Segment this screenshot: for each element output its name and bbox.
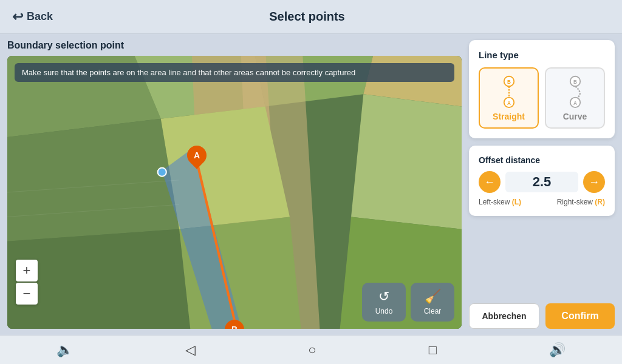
volume-down-icon[interactable]: 🔈 bbox=[56, 342, 73, 358]
zoom-controls: + − bbox=[16, 260, 38, 305]
offset-skew-labels: Left-skew (L) Right-skew (R) bbox=[479, 198, 605, 206]
zoom-in-button[interactable]: + bbox=[16, 260, 38, 281]
undo-label: Undo bbox=[375, 307, 393, 315]
confirm-button[interactable]: Confirm bbox=[545, 303, 615, 329]
line-type-options: B A Straight B A C bbox=[479, 67, 605, 129]
left-skew-label: Left-skew (L) bbox=[479, 198, 521, 206]
offset-control: ← 2.5 → bbox=[479, 171, 605, 193]
svg-marker-7 bbox=[7, 119, 179, 241]
svg-text:B: B bbox=[573, 79, 577, 85]
zoom-out-button[interactable]: − bbox=[16, 283, 38, 305]
svg-text:B: B bbox=[507, 79, 511, 85]
clear-icon: 🧹 bbox=[425, 289, 441, 305]
offset-label: Offset distance bbox=[479, 155, 605, 165]
map-info-banner: Make sure that the points are on the are… bbox=[15, 63, 454, 82]
curve-button[interactable]: B A Curve bbox=[545, 67, 605, 129]
offset-value: 2.5 bbox=[505, 172, 578, 192]
home-icon[interactable]: ○ bbox=[308, 342, 316, 358]
point-b-marker: B bbox=[225, 320, 244, 329]
point-a-marker: A bbox=[187, 146, 207, 165]
undo-icon: ↺ bbox=[378, 289, 389, 305]
straight-button[interactable]: B A Straight bbox=[479, 67, 539, 129]
right-panel: Line type B A Straight bbox=[469, 40, 615, 329]
page-title: Select points bbox=[53, 10, 561, 24]
line-type-label: Line type bbox=[479, 50, 605, 60]
curve-label: Curve bbox=[563, 112, 587, 121]
clear-button[interactable]: 🧹 Clear bbox=[411, 283, 454, 322]
bottom-nav: 🔈 ◁ ○ □ 🔊 bbox=[0, 335, 622, 364]
map-container[interactable]: Make sure that the points are on the are… bbox=[7, 56, 462, 329]
svg-marker-11 bbox=[351, 94, 462, 229]
abbrechen-button[interactable]: Abbrechen bbox=[469, 303, 539, 329]
back-label: Back bbox=[27, 10, 53, 23]
right-skew-label: Right-skew (R) bbox=[557, 198, 605, 206]
offset-increase-button[interactable]: → bbox=[583, 171, 605, 193]
recents-icon[interactable]: □ bbox=[429, 342, 437, 358]
back-arrow-icon: ↩ bbox=[12, 9, 23, 25]
offset-decrease-button[interactable]: ← bbox=[479, 171, 501, 193]
straight-label: Straight bbox=[493, 112, 525, 121]
map-actions: ↺ Undo 🧹 Clear bbox=[362, 283, 454, 322]
topbar: ↩ Back Select points bbox=[0, 0, 622, 34]
main-content: Boundary selection point bbox=[0, 34, 622, 335]
bottom-actions: Abbrechen Confirm bbox=[469, 303, 615, 329]
svg-point-15 bbox=[158, 168, 166, 177]
svg-text:A: A bbox=[507, 101, 511, 106]
volume-up-icon[interactable]: 🔊 bbox=[549, 342, 566, 358]
svg-text:A: A bbox=[573, 101, 577, 106]
back-nav-icon[interactable]: ◁ bbox=[185, 342, 196, 358]
offset-card: Offset distance ← 2.5 → Left-skew (L) Ri… bbox=[469, 146, 615, 216]
back-button[interactable]: ↩ Back bbox=[12, 9, 53, 25]
clear-label: Clear bbox=[424, 307, 442, 315]
boundary-title: Boundary selection point bbox=[7, 40, 462, 51]
undo-button[interactable]: ↺ Undo bbox=[362, 283, 406, 322]
map-panel: Boundary selection point bbox=[7, 40, 462, 329]
line-type-card: Line type B A Straight bbox=[469, 40, 615, 138]
